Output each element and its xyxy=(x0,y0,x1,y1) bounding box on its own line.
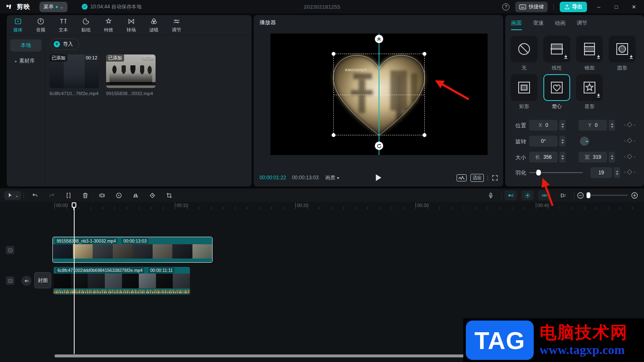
freeze-frame-button[interactable] xyxy=(93,190,110,201)
position-x-stepper[interactable] xyxy=(559,120,566,131)
linkage-button[interactable] xyxy=(538,190,551,200)
tab-picture[interactable]: 画面 xyxy=(511,19,522,30)
resize-handle[interactable] xyxy=(423,52,426,56)
preview-axis-button[interactable] xyxy=(555,190,571,201)
timeline-clip-overlay[interactable]: 991558388_nb3-1-30032.mp4 00:00:13:03 xyxy=(52,237,213,263)
menu-button[interactable]: 菜单 ⌄ xyxy=(39,2,68,12)
mute-track-button[interactable] xyxy=(21,276,31,286)
tab-audio[interactable]: 音频 xyxy=(29,15,52,35)
select-tool-button[interactable]: ⌄ xyxy=(4,191,21,200)
size-height-field[interactable]: 宽 319 xyxy=(579,152,607,163)
play-button[interactable] xyxy=(376,174,381,181)
help-button[interactable]: ? xyxy=(502,3,509,10)
size-height-stepper[interactable] xyxy=(609,152,615,163)
clip-duration: 00:00:13:03 xyxy=(122,238,148,244)
rotation-keyframe[interactable]: ‹› xyxy=(624,137,636,144)
mask-option-rect[interactable] xyxy=(511,74,538,101)
delete-button[interactable] xyxy=(77,190,93,201)
position-y-field[interactable]: Y 0 xyxy=(579,120,607,131)
mask-option-circle[interactable] xyxy=(609,36,636,62)
tab-media[interactable]: 媒体 xyxy=(7,15,29,35)
fit-button[interactable]: 适应 xyxy=(470,174,484,182)
import-button[interactable]: + 导入 xyxy=(50,39,79,50)
maximize-button[interactable]: □ xyxy=(610,4,622,10)
mask-selection-box[interactable] xyxy=(333,54,425,135)
waveform-toggle[interactable] xyxy=(457,174,467,181)
track2-toggle-button[interactable] xyxy=(6,277,14,285)
zoom-slider-handle[interactable] xyxy=(587,192,590,198)
resize-handle[interactable] xyxy=(423,133,426,137)
tab-sticker[interactable]: 贴纸 xyxy=(75,15,97,35)
watermark: TAG 电脑技术网 www.tagxp.com xyxy=(463,318,644,362)
zoom-out-icon[interactable] xyxy=(577,192,584,199)
app-logo: 剪映 xyxy=(6,3,30,11)
quality-dropdown[interactable]: 画质 ▾ xyxy=(325,174,339,181)
tab-filter[interactable]: 滤镜 xyxy=(143,15,165,35)
mask-option-linear[interactable] xyxy=(543,36,570,62)
tab-speed[interactable]: 变速 xyxy=(533,19,544,30)
tab-effects[interactable]: 特效 xyxy=(97,15,120,35)
rotation-field[interactable]: 0° xyxy=(529,136,558,147)
size-width-stepper[interactable] xyxy=(559,152,566,163)
undo-button[interactable] xyxy=(26,190,43,201)
mask-option-star[interactable] xyxy=(576,74,603,101)
keyframe-diamond-icon xyxy=(627,154,632,159)
media-item[interactable]: 已添加 02:38 xyxy=(106,54,156,88)
tab-text[interactable]: 文本 xyxy=(52,15,75,35)
feather-keyframe[interactable]: ‹› xyxy=(624,169,636,175)
playhead[interactable] xyxy=(74,202,75,354)
zoom-in-icon[interactable] xyxy=(631,192,638,199)
tab-transition[interactable]: 转场 xyxy=(120,15,143,35)
total-time: 00:00:13:03 xyxy=(292,175,318,181)
size-width-field[interactable]: 长 356 xyxy=(529,152,558,163)
adjust-icon xyxy=(172,17,181,26)
reverse-button[interactable] xyxy=(110,190,127,201)
tab-animation[interactable]: 动画 xyxy=(555,19,566,30)
mask-option-mirror[interactable] xyxy=(576,36,603,62)
rotate-clip-icon xyxy=(149,192,156,199)
position-x-field[interactable]: X 0 xyxy=(529,120,558,131)
tab-adjustment[interactable]: 调节 xyxy=(576,19,587,30)
fullscreen-icon[interactable] xyxy=(492,175,498,181)
watermark-site-name: 电脑技术网 xyxy=(540,323,628,342)
cover-button[interactable]: 封面 xyxy=(34,272,51,288)
auto-snap-button[interactable] xyxy=(521,190,534,200)
mask-option-none[interactable] xyxy=(511,36,538,62)
mask-option-heart[interactable] xyxy=(543,74,570,101)
position-keyframe[interactable]: ‹› xyxy=(624,122,636,128)
rotate-handle[interactable] xyxy=(375,142,383,150)
resize-handle[interactable] xyxy=(332,133,335,137)
rotation-stepper[interactable] xyxy=(559,136,566,147)
split-button[interactable] xyxy=(60,190,77,201)
media-item[interactable]: 已添加 00:12 xyxy=(49,54,99,88)
close-button[interactable]: ✕ xyxy=(628,4,640,10)
export-button[interactable]: 导出 xyxy=(560,2,587,12)
timeline-zoom-slider[interactable] xyxy=(587,195,628,196)
playhead-handle[interactable] xyxy=(72,202,76,208)
feather-stepper[interactable] xyxy=(614,167,620,178)
mirror-button[interactable] xyxy=(127,190,144,201)
timeline-ruler[interactable]: 00:00 00:10 00:20 00:30 00:40 xyxy=(0,202,644,209)
minimize-button[interactable]: – xyxy=(593,4,605,10)
rotate-button[interactable] xyxy=(144,190,161,201)
size-keyframe[interactable]: ‹› xyxy=(624,153,636,160)
feather-value-field[interactable]: 19 xyxy=(590,167,612,178)
resize-handle[interactable] xyxy=(332,52,335,56)
chevron-down-icon: ⌄ xyxy=(60,5,63,9)
record-voiceover-button[interactable] xyxy=(482,190,499,201)
shortcut-button[interactable]: 快捷键 xyxy=(515,2,548,12)
rotation-dial[interactable] xyxy=(580,137,589,146)
main-track-magnet-button[interactable] xyxy=(504,190,517,200)
sidebar-item-local[interactable]: 本地 xyxy=(10,39,42,52)
sidebar-item-library[interactable]: ▸素材库 xyxy=(10,55,42,67)
tab-adjust[interactable]: 调节 xyxy=(165,15,188,35)
crop-button[interactable] xyxy=(161,190,177,201)
video-preview[interactable]: KNOCKOUT xyxy=(270,34,488,155)
feather-drag-handle[interactable] xyxy=(375,35,383,43)
divider xyxy=(574,192,574,199)
redo-button[interactable] xyxy=(43,190,60,201)
position-y-stepper[interactable] xyxy=(609,120,615,131)
feather-slider[interactable] xyxy=(529,172,583,173)
track1-toggle-button[interactable] xyxy=(6,246,14,254)
feather-slider-handle[interactable] xyxy=(536,170,541,176)
